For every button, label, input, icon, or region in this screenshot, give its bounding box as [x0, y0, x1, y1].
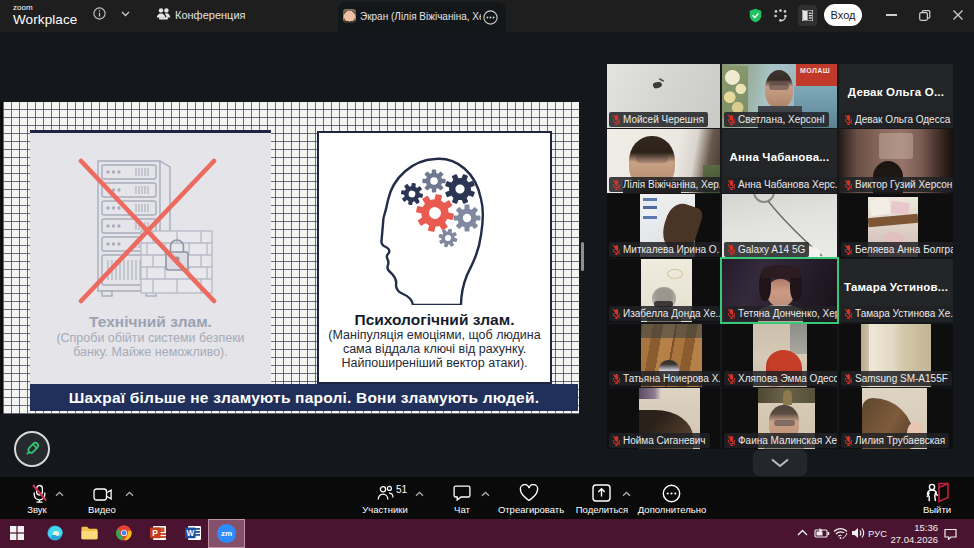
svg-text:P: P [152, 528, 158, 538]
svg-text:W: W [187, 529, 195, 538]
